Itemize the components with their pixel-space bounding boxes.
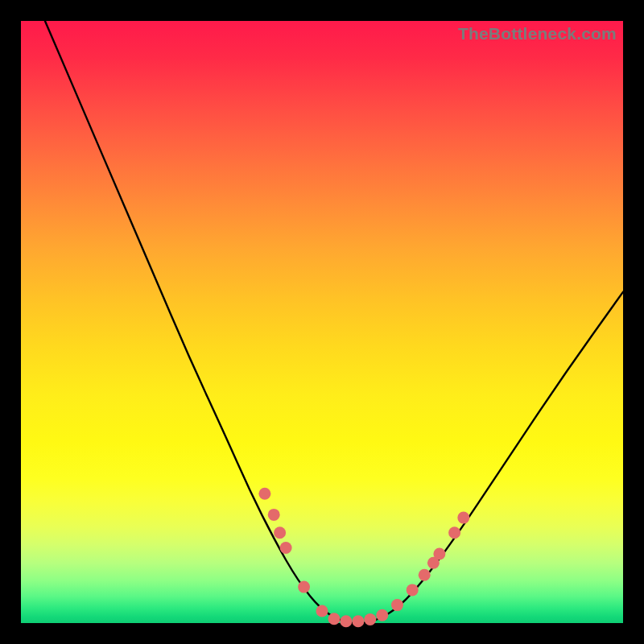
marker-dot (328, 613, 341, 625)
marker-dot (419, 569, 431, 581)
marker-dot (433, 548, 445, 560)
marker-dot (340, 615, 352, 627)
marker-dot (258, 488, 270, 500)
marker-dot (274, 526, 286, 539)
marker-dot (316, 605, 328, 617)
chart-frame: TheBottleneck.com (0, 0, 644, 644)
marker-dot (457, 512, 469, 524)
marker-dot (364, 613, 376, 625)
marker-dot (298, 581, 310, 593)
marker-dot (391, 599, 403, 611)
marker-dot (280, 542, 292, 554)
marker-dots (258, 488, 469, 628)
marker-dot (448, 526, 460, 539)
marker-dot (352, 615, 364, 627)
marker-dot (407, 584, 419, 596)
bottleneck-curve (45, 21, 623, 623)
marker-dot (268, 509, 280, 521)
plot-area: TheBottleneck.com (21, 21, 623, 623)
curve-layer (21, 21, 623, 623)
marker-dot (376, 609, 388, 621)
